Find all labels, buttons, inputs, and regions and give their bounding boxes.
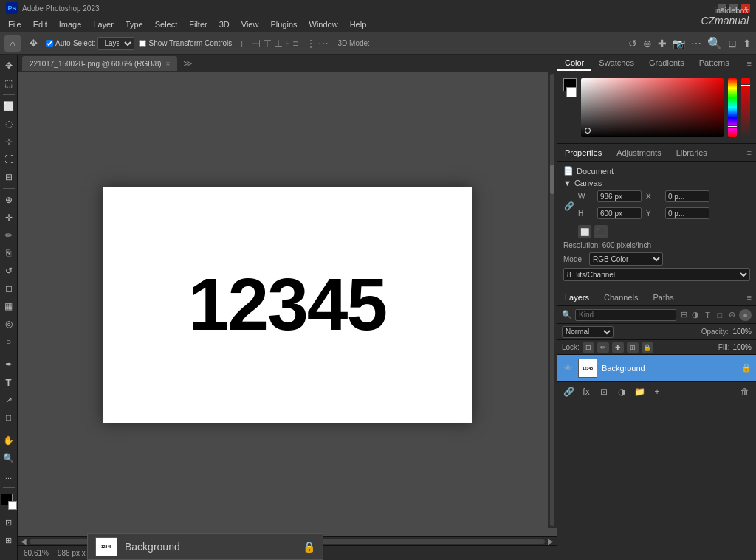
height-input[interactable] [597, 207, 642, 219]
tab-patterns[interactable]: Patterns [692, 56, 737, 71]
lock-artboard-btn[interactable]: ⊞ [627, 342, 639, 353]
layer-background[interactable]: 👁 12345 Background 🔒 [557, 355, 756, 381]
lock-pixels-btn[interactable]: ✏ [597, 342, 609, 353]
lock-all-btn[interactable]: 🔒 [642, 342, 653, 353]
menu-help[interactable]: Help [345, 18, 372, 30]
properties-panel-menu[interactable]: ≡ [743, 147, 756, 159]
menu-type[interactable]: Type [120, 18, 148, 30]
link-layers-btn[interactable]: 🔗 [562, 385, 575, 398]
filter-px-btn[interactable]: ⊞ [679, 309, 688, 321]
distribute-v[interactable]: ⋯ [318, 38, 329, 49]
delete-layer-btn[interactable]: 🗑 [738, 385, 752, 398]
filter-shape-btn[interactable]: □ [715, 309, 724, 321]
menu-view[interactable]: View [236, 18, 264, 30]
canvas-section[interactable]: ▼ Canvas [563, 179, 750, 187]
new-adjustment-btn[interactable]: ◑ [615, 385, 628, 398]
tab-color[interactable]: Color [557, 56, 591, 71]
tool-shape[interactable]: □ [1, 409, 17, 426]
tool-healing[interactable]: ✛ [1, 210, 17, 226]
layers-panel-menu[interactable]: ≡ [743, 291, 756, 303]
menu-window[interactable]: Window [304, 18, 343, 30]
tool-more[interactable]: … [1, 468, 17, 484]
new-layer-btn[interactable]: + [650, 385, 664, 398]
alpha-bar[interactable] [741, 78, 750, 137]
menu-3d[interactable]: 3D [214, 18, 235, 30]
align-left[interactable]: ⊢ [241, 38, 250, 49]
tool-history-brush[interactable]: ↺ [1, 263, 17, 279]
filter-adj-btn[interactable]: ◑ [691, 309, 700, 321]
layer-visibility-btn[interactable]: 👁 [562, 362, 574, 374]
camera-icon[interactable]: 📷 [673, 38, 685, 49]
scroll-right-arrow[interactable]: ▶ [548, 537, 554, 545]
layers-search-input[interactable] [575, 309, 676, 321]
tab-adjustments[interactable]: Adjustments [609, 146, 669, 159]
distribute-h[interactable]: ⋮ [306, 38, 316, 49]
3d-icon[interactable]: ⊛ [643, 38, 652, 49]
tool-pen[interactable]: ✒ [1, 356, 17, 373]
tool-artboard[interactable]: ⬚ [1, 75, 17, 91]
tool-eraser[interactable]: ◻ [1, 280, 17, 297]
tab-properties[interactable]: Properties [557, 146, 609, 159]
new-group-btn[interactable]: 📁 [633, 385, 646, 398]
move-3d-icon[interactable]: ✚ [658, 38, 667, 49]
link-wh-icon[interactable]: 🔗 [563, 201, 575, 212]
filter-smart-btn[interactable]: ⊛ [727, 309, 736, 321]
hue-bar[interactable] [728, 78, 737, 137]
transform-checkbox[interactable] [139, 40, 146, 47]
tool-marquee[interactable]: ⬜ [1, 98, 17, 114]
tool-clone[interactable]: ⎘ [1, 245, 17, 261]
tab-overflow[interactable]: ≫ [183, 58, 193, 69]
menu-select[interactable]: Select [150, 18, 183, 30]
tool-object-select[interactable]: ⊹ [1, 134, 17, 150]
autoselect-select[interactable]: Layer [97, 37, 134, 50]
scroll-left-arrow[interactable]: ◀ [21, 537, 27, 545]
home-button[interactable]: ⌂ [4, 35, 21, 52]
tab-layers[interactable]: Layers [557, 291, 597, 304]
add-style-btn[interactable]: fx [580, 385, 593, 398]
mode-select[interactable]: RGB Color [589, 252, 663, 266]
tab-paths[interactable]: Paths [646, 291, 681, 304]
tab-libraries[interactable]: Libraries [669, 146, 715, 159]
tool-dodge[interactable]: ○ [1, 333, 17, 350]
move-tool-options[interactable]: ✥ [25, 35, 41, 52]
workspace-icon[interactable]: ⊡ [728, 38, 737, 49]
tab-channels[interactable]: Channels [597, 291, 645, 304]
quick-mask[interactable]: ⊡ [1, 514, 17, 530]
align-top[interactable]: ⊥ [274, 38, 283, 49]
tool-move[interactable]: ✥ [1, 58, 17, 74]
screen-mode[interactable]: ⊞ [1, 532, 17, 548]
bits-select[interactable]: 8 Bits/Channel [563, 268, 750, 281]
tool-brush[interactable]: ✏ [1, 227, 17, 243]
canvas-tab[interactable]: 221017_150028-.png @ 60.6% (RGB/8) × [22, 56, 177, 71]
autoselect-checkbox[interactable] [46, 40, 53, 47]
color-panel-menu[interactable]: ≡ [743, 58, 756, 69]
tool-path-select[interactable]: ↗ [1, 392, 17, 408]
menu-image[interactable]: Image [54, 18, 87, 30]
align-right[interactable]: ⊤ [263, 38, 272, 49]
tool-frame[interactable]: ⊟ [1, 169, 17, 185]
lock-transparent-btn[interactable]: ⊡ [583, 342, 594, 353]
tool-eyedropper[interactable]: ⊕ [1, 192, 17, 208]
filter-toggle-btn[interactable]: ● [739, 309, 752, 321]
filter-text-btn[interactable]: T [703, 309, 712, 321]
tool-blur[interactable]: ◎ [1, 316, 17, 332]
color-spectrum[interactable] [581, 78, 724, 137]
y-input[interactable] [665, 207, 709, 219]
menu-file[interactable]: File [3, 18, 27, 30]
menu-edit[interactable]: Edit [28, 18, 52, 30]
align-bottom[interactable]: ≡ [292, 38, 298, 49]
share-icon[interactable]: ⬆ [743, 38, 752, 49]
rotate-icon[interactable]: ↺ [628, 38, 637, 49]
canvas-portrait-btn[interactable]: ⬛ [594, 225, 608, 238]
menu-layer[interactable]: Layer [88, 18, 119, 30]
tab-close[interactable]: × [166, 60, 171, 68]
scrollbar-vertical[interactable] [548, 72, 557, 528]
tab-gradients[interactable]: Gradients [642, 56, 692, 71]
align-center-h[interactable]: ⊣ [252, 38, 261, 49]
align-middle[interactable]: ⊦ [285, 38, 290, 49]
search-icon[interactable]: 🔍 [707, 36, 722, 50]
color-swatches[interactable] [1, 494, 17, 510]
tab-swatches[interactable]: Swatches [591, 56, 642, 71]
add-mask-btn[interactable]: ⊡ [597, 385, 611, 398]
tool-lasso[interactable]: ◌ [1, 116, 17, 132]
